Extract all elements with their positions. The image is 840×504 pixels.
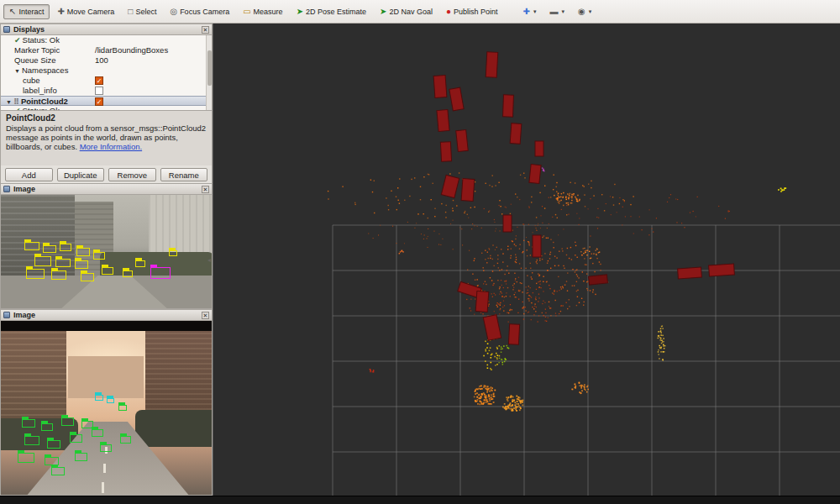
detection-box	[93, 252, 105, 260]
pose-estimate-arrow-icon: ➤	[297, 8, 303, 16]
displays-tree: ✔Status: OkMarker Topic/lidarBoundingBox…	[1, 35, 212, 110]
tool-2d-pose-estimate[interactable]: ➤2D Pose Estimate	[291, 4, 372, 19]
detection-label-tab	[102, 265, 108, 268]
main-toolbar: ↖Interact✚Move Camera□Select◎Focus Camer…	[0, 0, 840, 24]
checkbox-pointcloud2[interactable]: ✓	[95, 97, 103, 106]
tool-publish-point[interactable]: ●Publish Point	[440, 4, 504, 19]
distant-buildings	[68, 356, 144, 398]
detection-label-tab	[24, 239, 31, 243]
panel-collapse-handle[interactable]: ◂	[206, 252, 213, 269]
add-tool-icon: ✚	[523, 8, 530, 16]
close-icon[interactable]: ✕	[202, 312, 209, 319]
selection-box-icon: □	[128, 8, 133, 16]
publish-point-icon: ●	[446, 8, 451, 16]
close-icon[interactable]: ✕	[202, 186, 209, 193]
tool-options-button[interactable]: ◉▾	[572, 4, 597, 19]
checkbox-label-info[interactable]	[95, 87, 103, 95]
lidar-box	[483, 315, 501, 341]
detection-box	[135, 260, 145, 267]
detection-box	[102, 267, 113, 275]
tree-value[interactable]: 100	[95, 55, 108, 66]
detection-label-tab	[24, 433, 31, 437]
street-photo-sunrise	[1, 321, 212, 495]
expander-icon[interactable]: ▼	[6, 99, 12, 105]
image-panel-top-titlebar[interactable]: Image ✕	[1, 184, 212, 195]
lidar-box	[440, 142, 451, 162]
tool-options-icon: ◉	[578, 8, 585, 16]
remove-tool-button[interactable]: ▬▾	[543, 4, 570, 19]
chevron-down-icon: ▾	[533, 8, 537, 15]
detection-label-tab	[150, 265, 157, 268]
nav-goal-arrow-icon: ➤	[380, 8, 386, 16]
tool-label: 2D Nav Goal	[389, 8, 433, 16]
detection-box	[41, 423, 53, 431]
detection-label-tab	[169, 248, 176, 251]
image-panel-bottom-titlebar[interactable]: Image ✕	[1, 310, 212, 321]
tree-row-label-info[interactable]: label_info	[1, 86, 212, 96]
tree-label: cube	[23, 76, 40, 85]
displays-panel-titlebar[interactable]: Displays ✕	[1, 24, 212, 35]
image-panel-top: Image ✕	[0, 183, 213, 309]
tool-interact[interactable]: ↖Interact	[3, 4, 50, 19]
tool-focus-camera[interactable]: ◎Focus Camera	[164, 4, 235, 19]
lidar-box	[449, 87, 464, 111]
description-title: PointCloud2	[6, 113, 207, 123]
displays-panel-title: Displays	[13, 25, 45, 34]
detection-label-tab	[95, 392, 102, 396]
detection-box	[169, 250, 177, 256]
detection-label-tab	[76, 245, 83, 249]
tree-row-namespaces[interactable]: ▼Namespaces	[1, 66, 212, 76]
pointcloud-scene	[213, 24, 840, 496]
more-information-link[interactable]: More Information.	[80, 142, 142, 151]
tree-label: Namespaces	[22, 66, 68, 75]
tree-scrollbar[interactable]	[206, 35, 212, 110]
detection-label-tab	[26, 266, 33, 270]
detection-box	[47, 440, 60, 449]
detection-label-tab	[75, 258, 81, 261]
lidar-box	[437, 109, 449, 131]
tree-row-marker-topic[interactable]: Marker Topic/lidarBoundingBoxes	[1, 45, 212, 55]
duplicate-button[interactable]: Duplicate	[57, 168, 105, 181]
expander-icon[interactable]: ▼	[14, 68, 20, 74]
lidar-box	[461, 179, 475, 202]
detection-label-tab	[51, 465, 58, 468]
lidar-box	[441, 175, 459, 197]
detection-box	[34, 256, 51, 266]
detection-box	[75, 453, 87, 461]
close-icon[interactable]: ✕	[202, 26, 209, 34]
lidar-box	[589, 275, 608, 285]
tree-row-cube[interactable]: cube✓	[1, 76, 212, 86]
tree-scrollbar-thumb[interactable]	[207, 50, 212, 86]
rename-button[interactable]: Rename	[160, 168, 208, 181]
lidar-box	[503, 215, 512, 232]
tool-select[interactable]: □Select	[122, 4, 162, 19]
camera-image-bottom	[1, 321, 212, 495]
remove-button[interactable]: Remove	[108, 168, 156, 181]
detection-label-tab	[18, 450, 24, 454]
detection-box	[70, 434, 82, 443]
display-description: PointCloud2 Displays a point cloud from …	[1, 110, 212, 165]
checkbox-cube[interactable]: ✓	[95, 76, 103, 85]
detection-label-tab	[41, 421, 48, 424]
tree-row-status-ok[interactable]: ✔Status: Ok	[1, 35, 212, 45]
detection-box	[61, 417, 74, 426]
status-bar	[0, 496, 840, 504]
add-button[interactable]: Add	[5, 168, 53, 181]
detection-box	[76, 248, 90, 256]
tool-move-camera[interactable]: ✚Move Camera	[51, 4, 120, 19]
detection-box	[123, 270, 133, 277]
lidar-box	[456, 129, 469, 151]
tree-value[interactable]: /lidarBoundingBoxes	[95, 45, 168, 55]
tool-button-group: ↖Interact✚Move Camera□Select◎Focus Camer…	[3, 4, 504, 19]
building-right	[145, 331, 212, 420]
ground-grid	[333, 225, 840, 496]
tree-row-pointcloud2[interactable]: ▼⠿PointCloud2✓	[1, 96, 212, 106]
tool-2d-nav-goal[interactable]: ➤2D Nav Goal	[374, 4, 438, 19]
3d-viewport[interactable]	[213, 24, 840, 496]
tool-label: Select	[135, 8, 156, 16]
detection-box	[24, 242, 39, 250]
tool-measure[interactable]: ▭Measure	[237, 4, 288, 19]
add-tool-button[interactable]: ✚▾	[517, 4, 543, 19]
tree-row-queue-size[interactable]: Queue Size100	[1, 55, 212, 66]
detection-label-tab	[123, 268, 129, 271]
